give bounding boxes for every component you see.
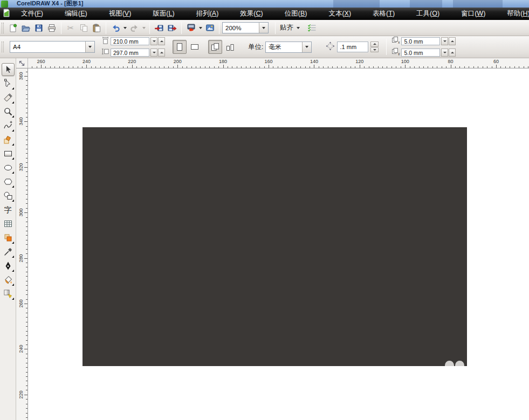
rectangle-tool[interactable]	[2, 147, 15, 160]
zoom-dropdown-button[interactable]	[259, 23, 268, 33]
svg-text:x: x	[398, 40, 400, 44]
menu-item-2[interactable]: 视图(V)	[104, 8, 136, 20]
redo-dropdown[interactable]	[141, 22, 147, 35]
blend-tool[interactable]	[2, 231, 15, 244]
portrait-button[interactable]	[173, 40, 187, 54]
zoom-level-value: 200%	[223, 25, 259, 31]
smart-fill-tool[interactable]	[2, 133, 15, 146]
ruler-tick	[26, 376, 28, 377]
paper-preset-dropdown[interactable]	[85, 42, 94, 52]
undo-dropdown[interactable]	[122, 22, 128, 35]
spin-up-button[interactable]	[158, 37, 165, 45]
horizontal-ruler[interactable]: 2602402202001801601401201008060	[28, 58, 529, 68]
duplicate-y-spinner[interactable]	[441, 49, 456, 57]
undo-button[interactable]	[109, 22, 122, 35]
menu-item-11[interactable]: 帮助(H)	[502, 8, 529, 20]
units-dropdown[interactable]	[302, 42, 311, 52]
current-page-button[interactable]	[223, 40, 237, 54]
image-dot	[445, 361, 454, 366]
text-glyph: 字	[4, 206, 12, 214]
menu-item-9[interactable]: 工具(O)	[411, 8, 444, 20]
crop-tool[interactable]	[2, 91, 15, 104]
paper-width-spinner[interactable]	[150, 37, 165, 45]
ruler-tick	[26, 104, 28, 104]
spin-down-button[interactable]	[370, 47, 379, 53]
spin-up-button[interactable]	[449, 37, 456, 45]
shape-tool[interactable]	[2, 77, 15, 90]
ruler-tick	[355, 66, 355, 68]
welcome-screen-button[interactable]	[203, 22, 216, 35]
duplicate-x-spinner[interactable]	[441, 37, 456, 45]
toolbar-grip[interactable]	[2, 23, 4, 33]
paper-height-field[interactable]	[111, 49, 149, 57]
eyedropper-tool[interactable]	[2, 245, 15, 258]
zoom-tool[interactable]	[2, 105, 15, 118]
chevron-down-icon	[199, 27, 202, 29]
application-launcher-dropdown[interactable]	[197, 22, 203, 35]
page-layout-group	[208, 40, 237, 54]
paper-width-field[interactable]	[111, 37, 149, 45]
ruler-tick	[155, 66, 155, 68]
snap-to-dropdown[interactable]	[295, 22, 301, 35]
duplicate-x-field[interactable]	[401, 37, 440, 45]
menu-item-8[interactable]: 表格(T)	[368, 8, 400, 20]
ruler-tick	[26, 340, 28, 341]
spin-up-button[interactable]	[370, 42, 379, 47]
paste-button[interactable]	[90, 22, 103, 35]
options-button[interactable]	[305, 22, 318, 35]
import-button[interactable]	[153, 22, 166, 35]
zoom-level-combobox[interactable]: 200%	[222, 22, 269, 33]
menu-item-3[interactable]: 版面(L)	[148, 8, 179, 20]
nudge-offset-field[interactable]	[337, 42, 368, 52]
menu-item-10[interactable]: 窗口(W)	[456, 8, 490, 20]
spin-down-button[interactable]	[441, 37, 448, 45]
cut-button[interactable]: ✂	[64, 22, 77, 35]
spin-up-button[interactable]	[158, 49, 165, 57]
outline-pen-tool[interactable]	[2, 259, 15, 272]
paper-height-spinner[interactable]	[150, 49, 165, 57]
export-button[interactable]	[166, 22, 178, 35]
polygon-tool[interactable]	[2, 175, 15, 188]
units-combobox[interactable]: 毫米	[265, 42, 312, 53]
menu-item-0[interactable]: 文件(F)	[16, 8, 48, 20]
placed-image[interactable]	[83, 127, 467, 366]
all-pages-button[interactable]	[208, 40, 222, 54]
spin-down-button[interactable]	[441, 49, 448, 57]
menu-item-6[interactable]: 位图(B)	[280, 8, 312, 20]
ruler-tick	[446, 66, 446, 68]
duplicate-y-field[interactable]	[401, 49, 440, 57]
copy-button[interactable]	[77, 22, 90, 35]
save-button[interactable]	[32, 22, 45, 35]
ruler-tick	[323, 66, 324, 68]
menu-item-5[interactable]: 效果(C)	[235, 8, 267, 20]
application-launcher-button[interactable]	[184, 22, 197, 35]
freehand-tool[interactable]	[2, 119, 15, 132]
print-button[interactable]	[45, 22, 58, 35]
menu-item-7[interactable]: 文本(X)	[324, 8, 356, 20]
new-document-button[interactable]	[6, 22, 19, 35]
nudge-spinner[interactable]	[370, 42, 379, 52]
menu-item-4[interactable]: 排列(A)	[191, 8, 224, 20]
text-tool[interactable]: 字	[2, 203, 15, 216]
ruler-origin[interactable]	[16, 58, 28, 68]
landscape-button[interactable]	[188, 40, 202, 54]
open-button[interactable]	[19, 22, 32, 35]
redo-button[interactable]	[128, 22, 141, 35]
interactive-fill-tool[interactable]	[2, 287, 15, 300]
fill-tool[interactable]	[2, 273, 15, 286]
coreldraw-window: CorelDRAW X4 - [图形1] 文件(F)编辑(E)视图(V)版面(L…	[0, 0, 529, 420]
spin-down-button[interactable]	[150, 49, 157, 57]
drawing-canvas[interactable]	[28, 68, 529, 420]
spin-up-button[interactable]	[449, 49, 456, 57]
ruler-tick	[64, 66, 64, 68]
basic-shapes-tool[interactable]	[2, 189, 15, 202]
snap-to-button[interactable]: 贴齐	[278, 22, 301, 35]
paper-preset-combobox[interactable]: A4	[10, 41, 95, 53]
propbar-grip[interactable]	[2, 42, 4, 52]
pick-tool[interactable]	[2, 63, 15, 76]
ellipse-tool[interactable]	[2, 161, 15, 174]
spin-down-button[interactable]	[150, 37, 157, 45]
menu-item-1[interactable]: 编辑(E)	[60, 8, 92, 20]
vertical-ruler[interactable]: 360340320300280260240220	[16, 68, 28, 420]
table-tool[interactable]	[2, 217, 15, 230]
